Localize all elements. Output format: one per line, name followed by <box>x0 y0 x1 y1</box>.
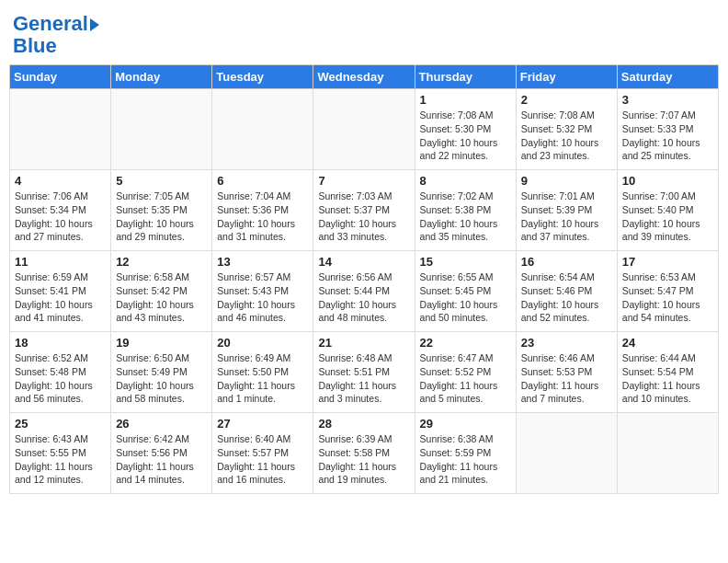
calendar-cell <box>212 89 313 170</box>
day-info: Sunrise: 7:01 AM Sunset: 5:39 PM Dayligh… <box>521 190 612 244</box>
day-number: 16 <box>521 255 612 269</box>
day-number: 7 <box>318 174 409 188</box>
calendar-cell: 26Sunrise: 6:42 AM Sunset: 5:56 PM Dayli… <box>111 413 212 494</box>
day-number: 1 <box>420 93 511 107</box>
day-info: Sunrise: 6:52 AM Sunset: 5:48 PM Dayligh… <box>15 351 106 406</box>
day-number: 18 <box>15 336 106 350</box>
day-number: 3 <box>622 93 713 107</box>
day-info: Sunrise: 7:04 AM Sunset: 5:36 PM Dayligh… <box>217 190 308 244</box>
day-info: Sunrise: 6:38 AM Sunset: 5:59 PM Dayligh… <box>420 432 511 487</box>
calendar-week-row: 25Sunrise: 6:43 AM Sunset: 5:55 PM Dayli… <box>10 413 719 494</box>
day-info: Sunrise: 6:47 AM Sunset: 5:52 PM Dayligh… <box>420 351 511 406</box>
calendar-cell: 3Sunrise: 7:07 AM Sunset: 5:33 PM Daylig… <box>617 89 718 170</box>
page-header: General Blue <box>9 9 719 57</box>
day-number: 12 <box>116 255 207 269</box>
day-info: Sunrise: 6:53 AM Sunset: 5:47 PM Dayligh… <box>622 270 713 325</box>
day-number: 10 <box>622 174 713 188</box>
calendar-cell <box>10 89 111 170</box>
day-number: 24 <box>622 336 713 350</box>
day-info: Sunrise: 6:40 AM Sunset: 5:57 PM Dayligh… <box>217 432 308 487</box>
weekday-header: Sunday <box>10 65 111 89</box>
day-number: 19 <box>116 336 207 350</box>
day-number: 6 <box>217 174 308 188</box>
calendar-cell: 28Sunrise: 6:39 AM Sunset: 5:58 PM Dayli… <box>313 413 415 494</box>
calendar-cell: 27Sunrise: 6:40 AM Sunset: 5:57 PM Dayli… <box>212 413 313 494</box>
calendar-cell: 15Sunrise: 6:55 AM Sunset: 5:45 PM Dayli… <box>415 251 516 332</box>
calendar-cell: 11Sunrise: 6:59 AM Sunset: 5:41 PM Dayli… <box>10 251 111 332</box>
day-info: Sunrise: 6:57 AM Sunset: 5:43 PM Dayligh… <box>217 270 308 325</box>
day-info: Sunrise: 6:56 AM Sunset: 5:44 PM Dayligh… <box>318 270 409 325</box>
calendar-cell: 25Sunrise: 6:43 AM Sunset: 5:55 PM Dayli… <box>10 413 111 494</box>
calendar-cell: 7Sunrise: 7:03 AM Sunset: 5:37 PM Daylig… <box>313 170 415 251</box>
day-info: Sunrise: 7:06 AM Sunset: 5:34 PM Dayligh… <box>15 190 106 244</box>
day-number: 15 <box>420 255 511 269</box>
day-number: 9 <box>521 174 612 188</box>
calendar-week-row: 4Sunrise: 7:06 AM Sunset: 5:34 PM Daylig… <box>10 170 719 251</box>
calendar-cell: 16Sunrise: 6:54 AM Sunset: 5:46 PM Dayli… <box>516 251 617 332</box>
calendar-cell: 2Sunrise: 7:08 AM Sunset: 5:32 PM Daylig… <box>516 89 617 170</box>
day-number: 2 <box>521 93 612 107</box>
calendar-cell: 19Sunrise: 6:50 AM Sunset: 5:49 PM Dayli… <box>111 332 212 413</box>
logo-subtext: Blue <box>13 35 99 57</box>
logo-icon <box>90 18 99 31</box>
calendar-cell: 13Sunrise: 6:57 AM Sunset: 5:43 PM Dayli… <box>212 251 313 332</box>
day-info: Sunrise: 6:59 AM Sunset: 5:41 PM Dayligh… <box>15 270 106 325</box>
day-info: Sunrise: 7:05 AM Sunset: 5:35 PM Dayligh… <box>116 190 207 244</box>
day-number: 5 <box>116 174 207 188</box>
calendar-cell: 24Sunrise: 6:44 AM Sunset: 5:54 PM Dayli… <box>617 332 718 413</box>
calendar-cell: 5Sunrise: 7:05 AM Sunset: 5:35 PM Daylig… <box>111 170 212 251</box>
day-info: Sunrise: 6:48 AM Sunset: 5:51 PM Dayligh… <box>318 351 409 406</box>
day-number: 26 <box>116 417 207 431</box>
day-info: Sunrise: 6:39 AM Sunset: 5:58 PM Dayligh… <box>318 432 409 487</box>
calendar-cell: 10Sunrise: 7:00 AM Sunset: 5:40 PM Dayli… <box>617 170 718 251</box>
day-info: Sunrise: 6:58 AM Sunset: 5:42 PM Dayligh… <box>116 270 207 325</box>
weekday-header: Friday <box>516 65 617 89</box>
calendar-cell: 8Sunrise: 7:02 AM Sunset: 5:38 PM Daylig… <box>415 170 516 251</box>
weekday-header: Saturday <box>617 65 718 89</box>
day-number: 13 <box>217 255 308 269</box>
day-info: Sunrise: 6:49 AM Sunset: 5:50 PM Dayligh… <box>217 351 308 406</box>
day-info: Sunrise: 7:08 AM Sunset: 5:30 PM Dayligh… <box>420 109 511 163</box>
calendar-cell: 6Sunrise: 7:04 AM Sunset: 5:36 PM Daylig… <box>212 170 313 251</box>
day-number: 8 <box>420 174 511 188</box>
day-number: 17 <box>622 255 713 269</box>
day-info: Sunrise: 6:46 AM Sunset: 5:53 PM Dayligh… <box>521 351 612 406</box>
day-info: Sunrise: 6:50 AM Sunset: 5:49 PM Dayligh… <box>116 351 207 406</box>
day-number: 11 <box>15 255 106 269</box>
day-number: 29 <box>420 417 511 431</box>
calendar-cell <box>111 89 212 170</box>
calendar-cell: 1Sunrise: 7:08 AM Sunset: 5:30 PM Daylig… <box>415 89 516 170</box>
calendar-cell: 17Sunrise: 6:53 AM Sunset: 5:47 PM Dayli… <box>617 251 718 332</box>
day-info: Sunrise: 7:03 AM Sunset: 5:37 PM Dayligh… <box>318 190 409 244</box>
logo: General Blue <box>13 13 99 57</box>
day-info: Sunrise: 6:43 AM Sunset: 5:55 PM Dayligh… <box>15 432 106 487</box>
calendar-cell: 18Sunrise: 6:52 AM Sunset: 5:48 PM Dayli… <box>10 332 111 413</box>
calendar-cell: 22Sunrise: 6:47 AM Sunset: 5:52 PM Dayli… <box>415 332 516 413</box>
calendar-cell <box>617 413 718 494</box>
weekday-header: Thursday <box>415 65 516 89</box>
calendar-cell: 4Sunrise: 7:06 AM Sunset: 5:34 PM Daylig… <box>10 170 111 251</box>
logo-text: General <box>13 13 88 35</box>
day-number: 25 <box>15 417 106 431</box>
calendar-cell <box>313 89 415 170</box>
day-number: 27 <box>217 417 308 431</box>
weekday-header: Tuesday <box>212 65 313 89</box>
day-info: Sunrise: 6:54 AM Sunset: 5:46 PM Dayligh… <box>521 270 612 325</box>
day-info: Sunrise: 6:55 AM Sunset: 5:45 PM Dayligh… <box>420 270 511 325</box>
day-number: 22 <box>420 336 511 350</box>
calendar-cell: 9Sunrise: 7:01 AM Sunset: 5:39 PM Daylig… <box>516 170 617 251</box>
day-number: 28 <box>318 417 409 431</box>
weekday-header: Wednesday <box>313 65 415 89</box>
calendar-week-row: 11Sunrise: 6:59 AM Sunset: 5:41 PM Dayli… <box>10 251 719 332</box>
calendar-week-row: 1Sunrise: 7:08 AM Sunset: 5:30 PM Daylig… <box>10 89 719 170</box>
day-number: 20 <box>217 336 308 350</box>
calendar-cell: 29Sunrise: 6:38 AM Sunset: 5:59 PM Dayli… <box>415 413 516 494</box>
day-info: Sunrise: 7:08 AM Sunset: 5:32 PM Dayligh… <box>521 109 612 163</box>
day-info: Sunrise: 7:02 AM Sunset: 5:38 PM Dayligh… <box>420 190 511 244</box>
day-info: Sunrise: 7:07 AM Sunset: 5:33 PM Dayligh… <box>622 109 713 163</box>
day-number: 21 <box>318 336 409 350</box>
calendar-cell: 20Sunrise: 6:49 AM Sunset: 5:50 PM Dayli… <box>212 332 313 413</box>
calendar-week-row: 18Sunrise: 6:52 AM Sunset: 5:48 PM Dayli… <box>10 332 719 413</box>
day-info: Sunrise: 6:42 AM Sunset: 5:56 PM Dayligh… <box>116 432 207 487</box>
day-info: Sunrise: 6:44 AM Sunset: 5:54 PM Dayligh… <box>622 351 713 406</box>
